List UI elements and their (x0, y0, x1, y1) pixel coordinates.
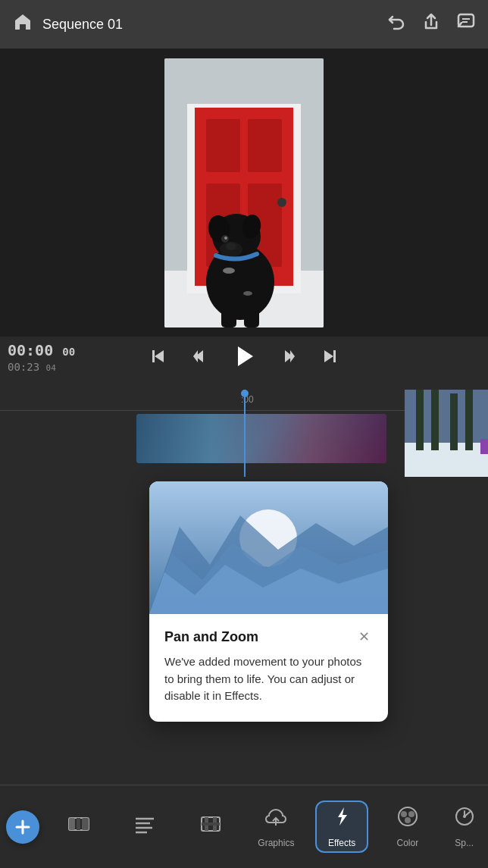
timecode-current: 00:00 00 (8, 341, 75, 359)
effects-label: Effects (328, 838, 355, 848)
tooltip-body-text: We've added movement to your photos to b… (164, 653, 373, 705)
comments-icon[interactable] (456, 12, 476, 36)
svg-marker-27 (193, 350, 198, 362)
play-button[interactable] (230, 343, 258, 370)
bottom-toolbar: Graphics Effects Color (0, 785, 488, 868)
svg-rect-51 (82, 818, 89, 830)
svg-rect-32 (333, 350, 336, 362)
svg-point-63 (401, 811, 407, 817)
svg-rect-35 (416, 390, 424, 450)
timeline-area: :00 :20 (0, 390, 488, 477)
color-button[interactable]: Color (381, 801, 434, 853)
clip-tool-button[interactable] (52, 809, 105, 844)
skip-start-button[interactable] (149, 346, 168, 366)
text-tool-button[interactable] (118, 809, 171, 844)
color-icon (396, 805, 419, 833)
svg-rect-59 (202, 823, 220, 826)
step-forward-button[interactable] (279, 346, 299, 366)
header: Sequence 01 (0, 0, 488, 49)
tooltip-image (149, 481, 388, 614)
graphics-icon (264, 805, 287, 833)
svg-rect-50 (77, 818, 80, 830)
svg-rect-38 (465, 390, 473, 450)
timecode-duration: 00:23 04 (8, 361, 56, 373)
svg-rect-20 (221, 309, 236, 327)
transport-section: 00:00 00 00:23 04 (0, 337, 488, 390)
effects-icon (330, 805, 353, 833)
svg-rect-25 (152, 350, 155, 362)
pan-zoom-tooltip: Pan and Zoom ✕ We've added movement to y… (149, 481, 388, 722)
svg-rect-7 (206, 119, 240, 172)
svg-rect-49 (69, 818, 75, 830)
home-icon[interactable] (12, 11, 33, 37)
timeline-clip-2[interactable] (405, 390, 488, 477)
svg-point-64 (408, 811, 414, 817)
graphics-button[interactable]: Graphics (249, 801, 302, 853)
playhead (244, 390, 246, 477)
preview-area (0, 49, 488, 337)
svg-point-19 (224, 237, 227, 240)
header-actions (386, 12, 476, 36)
tooltip-close-button[interactable]: ✕ (355, 628, 373, 646)
preview-image (164, 58, 324, 327)
svg-point-65 (405, 817, 411, 823)
svg-rect-37 (450, 393, 458, 450)
clip-tool-icon (67, 813, 90, 840)
speed-label: Sp... (455, 838, 474, 848)
add-button[interactable] (6, 810, 39, 844)
svg-marker-28 (238, 346, 253, 366)
graphics-label: Graphics (258, 838, 294, 848)
svg-marker-31 (324, 350, 333, 362)
share-icon[interactable] (421, 12, 441, 36)
svg-rect-40 (480, 439, 488, 454)
tooltip-title: Pan and Zoom (164, 629, 258, 645)
svg-point-23 (243, 291, 252, 296)
titles-tool-icon (199, 813, 222, 840)
color-label: Color (397, 838, 419, 848)
undo-icon[interactable] (386, 12, 406, 36)
svg-marker-24 (155, 350, 164, 362)
speed-icon (453, 805, 476, 833)
sequence-title: Sequence 01 (42, 17, 377, 33)
svg-rect-8 (248, 119, 282, 172)
speed-button[interactable]: Sp... (447, 801, 482, 853)
tooltip-body: Pan and Zoom ✕ We've added movement to y… (149, 614, 388, 722)
titles-tool-button[interactable] (184, 809, 237, 844)
effects-button[interactable]: Effects (315, 801, 368, 853)
svg-point-69 (463, 815, 466, 818)
svg-rect-36 (431, 390, 439, 450)
svg-marker-61 (338, 807, 347, 826)
svg-point-11 (277, 198, 286, 207)
timeline-clip-1[interactable] (136, 414, 386, 463)
tooltip-header: Pan and Zoom ✕ (164, 628, 373, 646)
svg-marker-30 (290, 350, 295, 362)
svg-point-17 (226, 243, 236, 250)
skip-end-button[interactable] (320, 346, 339, 366)
svg-point-22 (223, 268, 235, 274)
step-back-button[interactable] (189, 346, 209, 366)
text-tool-icon (133, 813, 156, 840)
svg-rect-21 (244, 309, 259, 327)
